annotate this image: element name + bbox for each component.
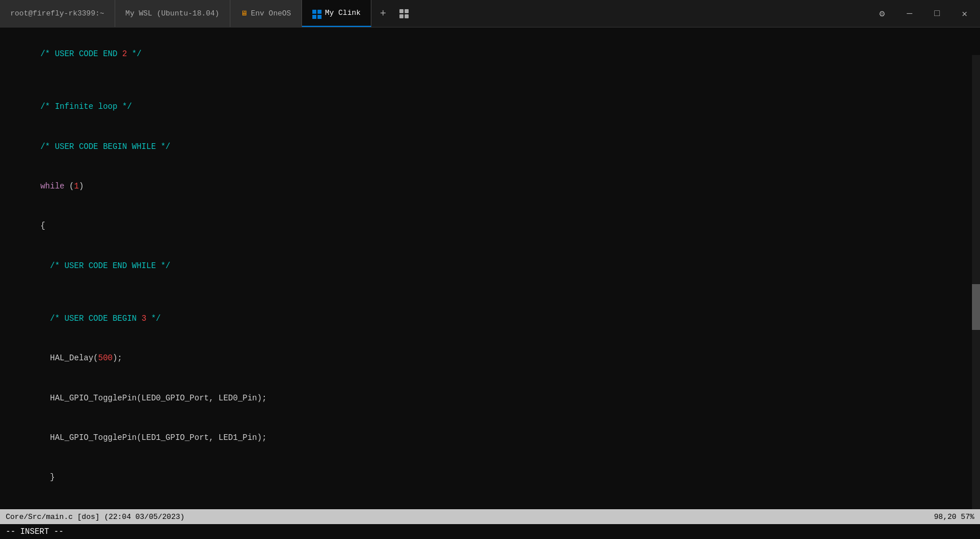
tab-envoneos-label: Env OneOS [251, 9, 291, 18]
code-line-13: } [11, 458, 969, 497]
svg-rect-1 [405, 9, 409, 13]
tab-layout-icon[interactable] [394, 9, 414, 19]
code-line-empty2 [11, 286, 969, 299]
code-line-9: /* USER CODE BEGIN 3 */ [11, 299, 969, 339]
maximize-button[interactable]: □ [924, 0, 950, 27]
code-line-7: /* USER CODE END WHILE */ [11, 246, 969, 286]
tab-wsl-label: My WSL (Ubuntu-18.04) [126, 9, 219, 18]
tab-myclink-label: My Clink [325, 9, 360, 17]
tab-wsl[interactable]: My WSL (Ubuntu-18.04) [115, 0, 230, 27]
tab-myclink[interactable]: My Clink [302, 0, 371, 27]
code-line-3: /* Infinite loop */ [11, 87, 969, 127]
code-content[interactable]: /* USER CODE END 2 */ /* Infinite loop *… [0, 34, 980, 509]
insert-mode-label: -- INSERT -- [6, 527, 64, 536]
statusbar-left: Core/Src/main.c [dos] (22:04 03/05/2023) [6, 513, 185, 521]
code-line-12: HAL_GPIO_TogglePin(LED1_GPIO_Port, LED1_… [11, 418, 969, 458]
env-icon: 🖥 [241, 9, 248, 18]
statusbar-right: 98,20 57% [934, 513, 974, 521]
scrollbar-track [972, 55, 980, 509]
tab-firefly-label: root@firefly-rk3399:~ [10, 9, 104, 18]
statusbar: Core/Src/main.c [dos] (22:04 03/05/2023)… [0, 509, 980, 524]
code-line-5: while (1) [11, 167, 969, 206]
svg-rect-2 [399, 14, 403, 18]
code-line-1: /* USER CODE END 2 */ [11, 34, 969, 74]
close-button[interactable]: ✕ [951, 0, 978, 27]
titlebar: root@firefly-rk3399:~ My WSL (Ubuntu-18.… [0, 0, 980, 27]
code-line-10: HAL_Delay(500); [11, 339, 969, 378]
svg-rect-3 [405, 14, 409, 18]
modeline: -- INSERT -- [0, 524, 980, 539]
code-line-11: HAL_GPIO_TogglePin(LED0_GPIO_Port, LED0_… [11, 378, 969, 418]
titlebar-controls: ⚙ — □ ✕ [869, 0, 980, 27]
tab-firefly[interactable]: root@firefly-rk3399:~ [0, 0, 115, 27]
new-tab-button[interactable]: + [371, 0, 394, 27]
code-line-6: { [11, 206, 969, 246]
minimize-button[interactable]: — [896, 0, 923, 27]
code-editor: /* USER CODE END 2 */ /* Infinite loop *… [0, 27, 980, 509]
tab-envoneos[interactable]: 🖥 Env OneOS [230, 0, 302, 27]
code-line-4: /* USER CODE BEGIN WHILE */ [11, 127, 969, 167]
settings-button[interactable]: ⚙ [869, 0, 895, 27]
code-line-14: /* USER CODE END 3 */ [11, 497, 969, 509]
svg-rect-0 [399, 9, 403, 13]
windows-icon [312, 7, 322, 19]
scrollbar-thumb[interactable] [972, 284, 980, 330]
code-line-empty1 [11, 74, 969, 87]
